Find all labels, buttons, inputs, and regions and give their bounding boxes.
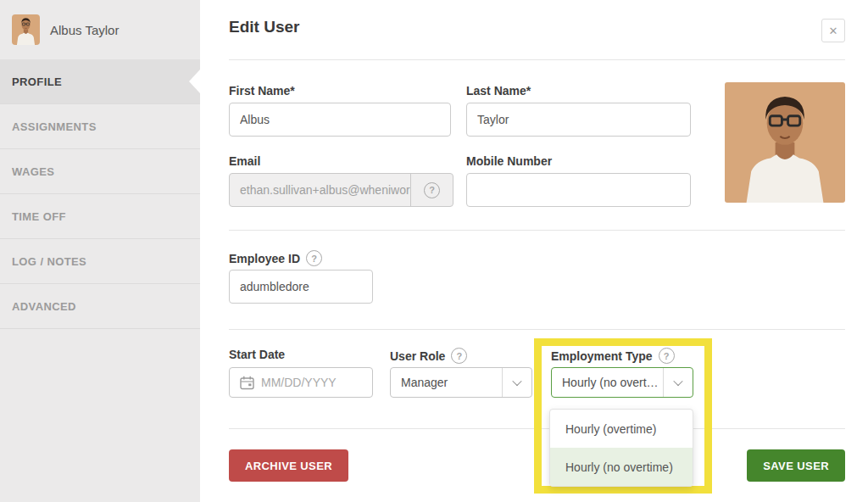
start-date-label: Start Date	[229, 348, 285, 361]
employment-type-select[interactable]: Hourly (no overt…	[551, 367, 693, 398]
first-name-input[interactable]	[229, 103, 451, 137]
sidebar-item-label: WAGES	[12, 165, 54, 178]
close-button[interactable]: ✕	[821, 19, 845, 42]
edit-user-panel: Edit User ✕ First Name* Last Name*	[200, 0, 868, 502]
sidebar: Albus Taylor PROFILE ASSIGNMENTS WAGES T…	[0, 0, 200, 502]
user-avatar	[12, 14, 40, 45]
sidebar-item-label: PROFILE	[12, 75, 62, 88]
sidebar-item-label: ADVANCED	[12, 300, 76, 313]
page-title: Edit User	[229, 18, 299, 36]
help-icon: ?	[424, 182, 440, 198]
profile-photo	[725, 82, 845, 203]
mobile-number-label: Mobile Number	[466, 154, 552, 168]
start-date-field[interactable]	[229, 367, 373, 398]
last-name-label: Last Name*	[466, 84, 531, 98]
employee-id-label: Employee ID ?	[229, 250, 322, 266]
employment-type-label: Employment Type ?	[551, 348, 675, 364]
start-date-input[interactable]	[261, 376, 372, 389]
last-name-input[interactable]	[466, 103, 691, 137]
user-role-label-text: User Role	[390, 349, 445, 363]
sidebar-item-wages[interactable]: WAGES	[0, 149, 200, 194]
email-help-button[interactable]: ?	[410, 174, 453, 206]
sidebar-item-log-notes[interactable]: LOG / NOTES	[0, 239, 200, 284]
archive-user-button[interactable]: ARCHIVE USER	[229, 449, 348, 482]
sidebar-item-profile[interactable]: PROFILE	[0, 59, 200, 104]
dropdown-option-hourly-no-overtime[interactable]: Hourly (no overtime)	[550, 448, 693, 486]
employment-type-dropdown: Hourly (overtime) Hourly (no overtime)	[549, 409, 693, 487]
help-icon[interactable]: ?	[659, 348, 675, 364]
edit-user-screen: Albus Taylor PROFILE ASSIGNMENTS WAGES T…	[0, 0, 868, 502]
save-user-button[interactable]: SAVE USER	[747, 449, 845, 482]
calendar-icon	[240, 376, 254, 390]
employment-type-value: Hourly (no overt…	[552, 368, 663, 397]
employment-type-label-text: Employment Type	[551, 349, 653, 363]
user-role-value: Manager	[391, 368, 502, 397]
help-icon[interactable]: ?	[451, 348, 467, 364]
divider	[229, 329, 845, 330]
employee-id-input[interactable]	[229, 270, 373, 304]
sidebar-nav: PROFILE ASSIGNMENTS WAGES TIME OFF LOG /…	[0, 59, 200, 329]
profile-portrait-graphic	[725, 82, 845, 203]
sidebar-user-header: Albus Taylor	[0, 0, 200, 59]
user-role-label: User Role ?	[390, 348, 467, 364]
close-icon: ✕	[829, 25, 838, 37]
chevron-down-icon	[502, 368, 531, 397]
help-icon[interactable]: ?	[306, 250, 322, 266]
sidebar-item-label: ASSIGNMENTS	[12, 120, 97, 133]
divider	[229, 59, 845, 60]
sidebar-item-time-off[interactable]: TIME OFF	[0, 194, 200, 239]
user-role-select[interactable]: Manager	[390, 367, 532, 398]
sidebar-user-name: Albus Taylor	[50, 23, 119, 37]
email-label: Email	[229, 154, 260, 168]
sidebar-item-assignments[interactable]: ASSIGNMENTS	[0, 104, 200, 149]
avatar-portrait-graphic	[12, 14, 40, 45]
sidebar-item-advanced[interactable]: ADVANCED	[0, 284, 200, 329]
email-field: ethan.sullivan+albus@wheniwork.c	[230, 174, 410, 206]
sidebar-item-label: TIME OFF	[12, 210, 66, 223]
employee-id-label-text: Employee ID	[229, 252, 300, 265]
email-field-group: ethan.sullivan+albus@wheniwork.c ?	[229, 173, 453, 207]
dropdown-option-hourly-overtime[interactable]: Hourly (overtime)	[550, 410, 693, 448]
first-name-label: First Name*	[229, 84, 295, 98]
divider	[229, 428, 845, 429]
chevron-down-icon	[663, 368, 693, 397]
sidebar-item-label: LOG / NOTES	[12, 255, 86, 268]
divider	[229, 230, 845, 231]
mobile-number-input[interactable]	[466, 173, 691, 207]
active-notch	[189, 70, 200, 93]
